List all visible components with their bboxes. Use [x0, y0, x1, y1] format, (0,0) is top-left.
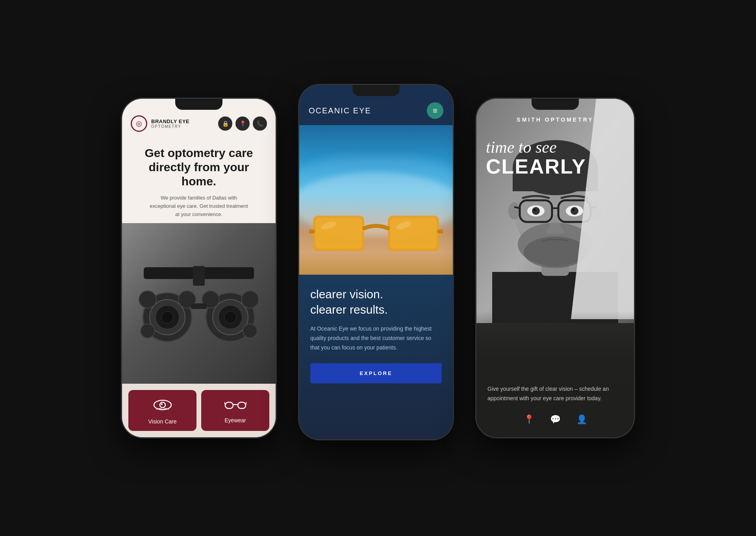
svg-point-49	[534, 209, 536, 211]
phone2-header: OCEANIC EYE ≡	[299, 85, 453, 125]
glasses-icon	[224, 399, 246, 413]
location-icon[interactable]: 📍	[235, 116, 250, 131]
svg-point-19	[161, 403, 163, 405]
phone1-logo: ◎ BRANDLY EYE OPTOMETRY	[131, 115, 189, 132]
headline-script: time to see	[486, 138, 624, 156]
vision-care-label: Vision Care	[148, 418, 176, 425]
svg-point-8	[141, 324, 155, 338]
phone3-headline: time to see CLEARLY	[486, 138, 624, 177]
svg-point-41	[524, 237, 587, 268]
eye-icon	[153, 399, 172, 414]
smith-brand: SMITH OPTOMETRY	[517, 116, 593, 123]
headline-bold: CLEARLY	[486, 156, 624, 177]
svg-point-14	[241, 291, 259, 308]
phoropter-bg	[122, 223, 276, 384]
logo-text: BRANDLY EYE OPTOMETRY	[151, 118, 189, 129]
logo-name: BRANDLY EYE	[151, 118, 189, 124]
vision-care-button[interactable]: Vision Care	[128, 390, 196, 431]
svg-rect-20	[225, 402, 233, 408]
svg-point-18	[160, 402, 165, 408]
svg-point-6	[139, 291, 156, 308]
phone-2: OCEANIC EYE ≡	[299, 85, 453, 439]
logo-icon: ◎	[131, 115, 147, 132]
svg-point-51	[571, 207, 578, 215]
phone2-tagline: clearer vision.clearer results.	[310, 286, 442, 317]
svg-point-38	[508, 202, 520, 220]
phoropter-svg	[132, 260, 266, 347]
hero-paragraph: We provide families of Dallas with excep…	[148, 194, 250, 218]
phone2-content: clearer vision.clearer results. At Ocean…	[299, 275, 453, 439]
phone-icon[interactable]: 📞	[253, 116, 267, 131]
explore-button[interactable]: EXPLORE	[310, 363, 442, 383]
svg-line-23	[224, 402, 225, 405]
ocean-bg	[299, 125, 453, 275]
svg-point-52	[572, 209, 574, 211]
message-icon[interactable]: 💬	[550, 414, 561, 425]
menu-icon[interactable]: ≡	[427, 102, 443, 119]
svg-point-15	[243, 324, 257, 338]
phone1-bottom: Vision Care Eyewear	[122, 384, 276, 437]
hero-heading: Get optometry care directly from your ho…	[133, 146, 265, 189]
phone-1: ◎ BRANDLY EYE OPTOMETRY 🔒 📍 📞 Get optome…	[122, 99, 276, 437]
phone1-header: ◎ BRANDLY EYE OPTOMETRY 🔒 📍 📞	[122, 99, 276, 138]
svg-rect-1	[193, 266, 205, 286]
lock-icon[interactable]: 🔒	[218, 116, 232, 131]
phone1-image	[122, 223, 276, 384]
phone3-brand-bar: SMITH OPTOMETRY	[476, 99, 634, 128]
svg-point-12	[224, 311, 236, 323]
phone-3: SMITH OPTOMETRY	[476, 99, 634, 437]
eyewear-button[interactable]: Eyewear	[201, 390, 269, 431]
nav-icons: 🔒 📍 📞	[218, 116, 267, 131]
phone3-icons: 📍 💬 👤	[487, 414, 623, 425]
phone3-bottom: Give yourself the gift of clear vision –…	[476, 375, 634, 437]
svg-line-24	[246, 402, 246, 405]
svg-rect-28	[390, 218, 437, 249]
glasses-svg	[309, 192, 443, 271]
phone2-desc: At Oceanic Eye we focus on providing the…	[310, 324, 442, 352]
phone1-hero: Get optometry care directly from your ho…	[122, 138, 276, 223]
location-icon[interactable]: 📍	[524, 414, 534, 425]
svg-point-5	[161, 311, 173, 323]
svg-rect-16	[191, 303, 207, 309]
svg-rect-26	[315, 218, 362, 249]
logo-sub: OPTOMETRY	[151, 124, 189, 129]
phone3-desc: Give yourself the gift of clear vision –…	[487, 384, 623, 403]
svg-rect-21	[238, 402, 246, 408]
oceanic-brand: OCEANIC EYE	[309, 106, 371, 115]
eyewear-label: Eyewear	[224, 417, 246, 423]
user-icon[interactable]: 👤	[576, 414, 587, 425]
svg-point-17	[154, 400, 171, 410]
phone2-image	[299, 125, 453, 275]
svg-point-48	[532, 207, 540, 215]
